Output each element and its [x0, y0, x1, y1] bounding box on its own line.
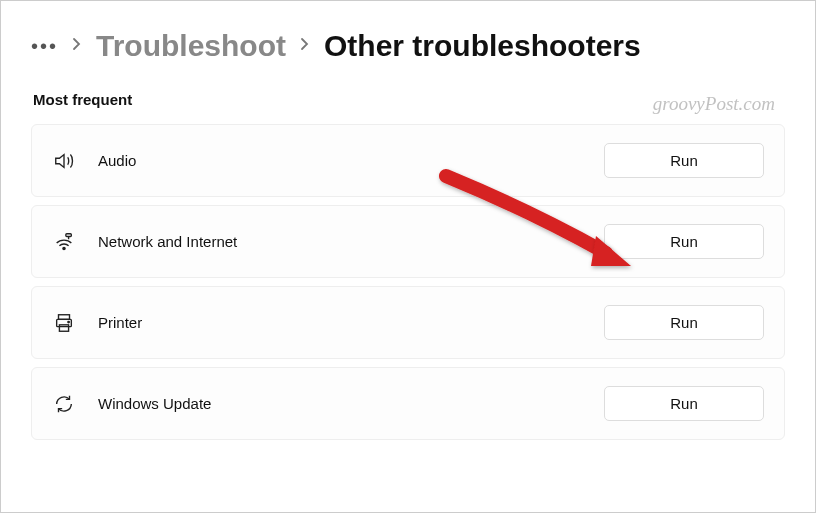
watermark: groovyPost.com — [653, 93, 775, 115]
run-button[interactable]: Run — [604, 386, 764, 421]
audio-icon — [52, 149, 76, 173]
breadcrumb-overflow-icon[interactable]: ••• — [31, 35, 58, 58]
breadcrumb-current: Other troubleshooters — [324, 29, 641, 63]
item-label: Audio — [98, 152, 582, 169]
run-button[interactable]: Run — [604, 305, 764, 340]
list-item: Audio Run — [31, 124, 785, 197]
svg-rect-5 — [59, 324, 68, 330]
item-label: Printer — [98, 314, 582, 331]
svg-rect-1 — [66, 233, 72, 236]
network-icon — [52, 230, 76, 254]
list-item: Windows Update Run — [31, 367, 785, 440]
svg-point-0 — [63, 247, 65, 249]
run-button[interactable]: Run — [604, 143, 764, 178]
breadcrumb-link-troubleshoot[interactable]: Troubleshoot — [96, 29, 286, 63]
run-button[interactable]: Run — [604, 224, 764, 259]
list-item: Network and Internet Run — [31, 205, 785, 278]
item-label: Network and Internet — [98, 233, 582, 250]
chevron-right-icon — [72, 37, 82, 55]
printer-icon — [52, 311, 76, 335]
troubleshooter-list: Audio Run Network and Internet Run Print… — [31, 124, 785, 440]
update-icon — [52, 392, 76, 416]
svg-point-6 — [68, 321, 69, 322]
chevron-right-icon — [300, 37, 310, 55]
item-label: Windows Update — [98, 395, 582, 412]
breadcrumb: ••• Troubleshoot Other troubleshooters — [31, 29, 785, 63]
list-item: Printer Run — [31, 286, 785, 359]
